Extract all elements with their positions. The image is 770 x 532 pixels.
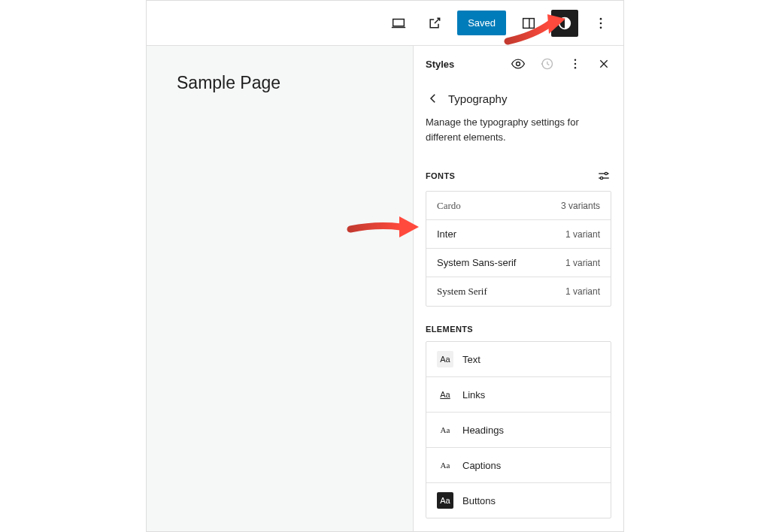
close-icon (598, 58, 610, 70)
sidebar-header: Styles (414, 46, 623, 82)
editor-app: Saved Sample Page Styles (146, 0, 624, 532)
sidebar-icon (520, 15, 537, 32)
sidebar-title: Styles (426, 59, 454, 70)
sidebar-options-button[interactable] (568, 56, 583, 71)
element-row[interactable]: AaText (426, 342, 611, 377)
element-label: Links (462, 389, 485, 401)
element-label: Text (462, 354, 480, 365)
element-list: AaTextAaLinksAaHeadingsAaCaptionsAaButto… (426, 341, 611, 518)
fonts-section-header: Fonts (414, 155, 623, 191)
elements-section-header: Elements (414, 311, 623, 341)
element-label: Captions (462, 460, 501, 471)
font-name: Inter (437, 228, 456, 240)
element-label: Buttons (462, 495, 496, 506)
aa-badge-icon: Aa (437, 457, 453, 473)
font-row[interactable]: System Serif1 variant (426, 277, 611, 306)
view-desktop-button[interactable] (385, 10, 412, 37)
chevron-left-icon (426, 92, 440, 105)
sliders-icon (597, 169, 611, 183)
element-row[interactable]: AaButtons (426, 483, 611, 518)
svg-point-3 (600, 17, 602, 20)
settings-sidebar-toggle[interactable] (515, 10, 542, 37)
element-label: Headings (462, 425, 504, 436)
back-button[interactable] (426, 91, 441, 106)
element-row[interactable]: AaHeadings (426, 413, 611, 448)
font-name: System Sans-serif (437, 257, 516, 268)
font-variants: 1 variant (565, 258, 600, 268)
kebab-icon (593, 16, 608, 31)
revisions-button[interactable] (539, 56, 554, 71)
aa-badge-icon: Aa (437, 386, 453, 403)
svg-point-9 (574, 63, 576, 65)
history-icon (539, 56, 554, 71)
styles-toggle-button[interactable] (551, 10, 578, 37)
font-row[interactable]: Cardo3 variants (426, 192, 611, 220)
typography-nav[interactable]: Typography (414, 82, 623, 115)
main-area: Sample Page Styles (147, 46, 623, 531)
svg-point-13 (605, 172, 607, 174)
laptop-icon (390, 15, 407, 32)
editor-canvas[interactable]: Sample Page (147, 46, 413, 531)
kebab-icon (568, 57, 582, 71)
svg-rect-0 (523, 18, 535, 28)
font-variants: 1 variant (565, 286, 600, 297)
elements-label: Elements (426, 325, 473, 334)
font-row[interactable]: System Sans-serif1 variant (426, 249, 611, 277)
eye-icon (511, 56, 526, 71)
save-button[interactable]: Saved (457, 11, 506, 35)
fonts-label: Fonts (426, 171, 455, 180)
svg-point-6 (517, 62, 520, 66)
font-name: Cardo (437, 200, 461, 212)
styles-icon (556, 15, 573, 32)
aa-badge-icon: Aa (437, 492, 453, 509)
typography-description: Manage the typography settings for diffe… (414, 115, 623, 155)
svg-point-5 (600, 26, 602, 29)
font-list: Cardo3 variantsInter1 variantSystem Sans… (426, 191, 611, 307)
svg-point-14 (600, 177, 602, 179)
styles-sidebar: Styles (413, 46, 623, 531)
font-name: System Serif (437, 286, 487, 298)
close-sidebar-button[interactable] (596, 56, 611, 71)
element-row[interactable]: AaCaptions (426, 448, 611, 483)
aa-badge-icon: Aa (437, 422, 453, 438)
manage-fonts-button[interactable] (596, 168, 611, 183)
options-menu-button[interactable] (587, 10, 614, 37)
svg-point-4 (600, 22, 602, 24)
svg-point-10 (574, 67, 576, 68)
font-variants: 1 variant (565, 229, 600, 240)
subnav-title: Typography (448, 92, 507, 105)
aa-badge-icon: Aa (437, 351, 453, 367)
font-variants: 3 variants (561, 201, 600, 211)
external-link-icon (427, 16, 442, 31)
style-book-button[interactable] (511, 56, 526, 71)
page-title: Sample Page (147, 46, 413, 120)
element-row[interactable]: AaLinks (426, 377, 611, 413)
top-toolbar: Saved (147, 1, 623, 46)
font-row[interactable]: Inter1 variant (426, 220, 611, 249)
view-page-button[interactable] (421, 10, 448, 37)
svg-point-8 (574, 59, 576, 61)
